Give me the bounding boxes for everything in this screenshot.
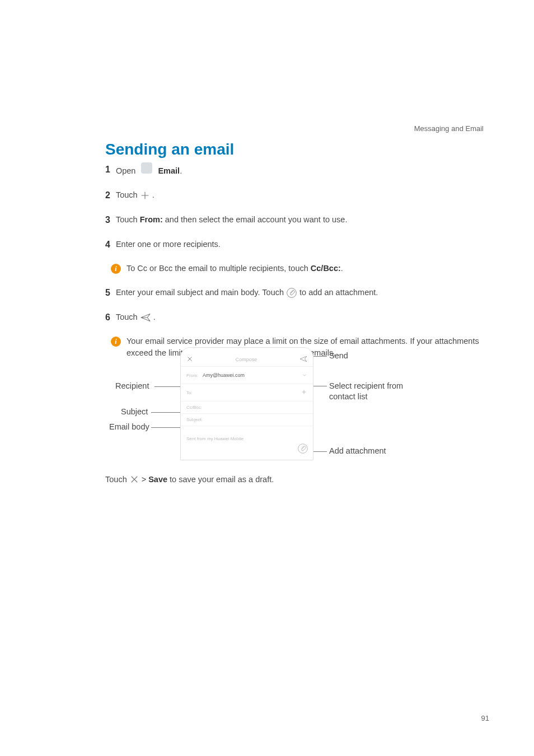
ccbcc-row[interactable]: Cc/Bcc: [181,402,313,414]
step-number: 3 [105,213,110,227]
save-draft-tip: Touch > Save to save your email as a dra… [105,474,274,484]
step-2: 2 Touch . [105,189,500,202]
phone-screenshot: Compose From: Amy@huawei.com To: Cc/ [180,347,313,460]
text: To Cc or Bcc the email to multiple recip… [127,264,311,273]
from-row[interactable]: From: Amy@huawei.com [181,367,313,384]
step-number: 5 [105,286,110,300]
page-number: 91 [481,714,489,722]
text: and then select the email account you wa… [163,215,348,224]
text: . [180,166,182,175]
step-number: 2 [105,189,110,202]
text: > [142,475,146,484]
ccbcc-label: Cc/Bcc: [311,264,341,273]
text: Touch [116,215,140,224]
step-text: Touch From: and then select the email ac… [116,214,348,226]
step-4: 4 Enter one or more recipients. [105,238,500,251]
attachment-icon[interactable] [297,443,308,456]
step-text: Enter one or more recipients. [116,239,221,251]
text: . [153,312,156,321]
subject-row[interactable]: Subject: [181,414,313,426]
add-contact-icon[interactable] [301,388,307,398]
text: Open [116,166,138,175]
text: Touch [116,312,140,321]
compose-title: Compose [193,357,299,362]
step-number: 6 [105,311,110,324]
callout-add-attachment: Add attachment [329,446,386,455]
step-5: 5 Enter your email subject and main body… [105,286,500,300]
callout-line [151,412,181,413]
app-name: Email [158,166,180,175]
to-row[interactable]: To: [181,384,313,402]
callout-line [154,386,181,387]
email-body-area[interactable]: Sent from my Huawei Mobile [181,426,313,441]
page-title: Sending an email [105,141,234,158]
svg-point-0 [287,288,297,297]
step-text: Open Email. [116,162,182,178]
from-label: From: [140,215,163,224]
step-text: Touch . [116,311,156,324]
note-text: To Cc or Bcc the email to multiple recip… [127,263,500,275]
step-1: 1 Open Email. [105,162,500,178]
send-icon[interactable] [299,354,307,365]
step-text: Touch . [116,189,154,202]
section-header: Messaging and Email [414,124,484,133]
from-label: From: [186,373,198,378]
step-number: 4 [105,238,110,251]
callout-line [151,427,181,428]
text: Enter your email subject and main body. … [116,288,286,297]
callout-recipient: Recipient [115,381,149,390]
callout-send: Send [329,351,348,360]
plus-icon [140,190,152,199]
info-icon: i [111,337,121,347]
email-app-icon [141,162,152,174]
attachment-icon [286,288,299,297]
compose-titlebar: Compose [181,353,313,367]
save-label: Save [148,475,167,484]
to-label: To: [186,390,193,395]
info-note-ccbcc: i To Cc or Bcc the email to multiple rec… [111,263,500,275]
chevron-down-icon[interactable] [302,370,307,380]
text: Touch [116,190,140,199]
step-text: Enter your email subject and main body. … [116,287,378,299]
svg-point-1 [298,444,308,454]
text: Touch [105,475,127,484]
text: . [152,190,154,199]
ccbcc-label: Cc/Bcc: [186,405,202,410]
close-icon[interactable] [186,354,193,365]
callout-subject: Subject [121,407,148,416]
from-value: Amy@huawei.com [203,372,245,378]
close-icon [129,474,139,484]
text: to add an attachment. [299,288,378,297]
compose-illustration: Recipient Subject Email body Send Select… [105,346,497,469]
callout-select-contact: Select recipient from contact list [329,381,430,402]
info-icon: i [111,264,121,274]
signature-text: Sent from my Huawei Mobile [186,436,243,441]
send-icon [140,312,153,321]
step-number: 1 [105,163,110,176]
subject-label: Subject: [186,417,203,422]
step-3: 3 Touch From: and then select the email … [105,213,500,227]
step-6: 6 Touch . [105,311,500,324]
callout-body: Email body [109,422,149,431]
text: . [341,264,343,273]
text: to save your email as a draft. [170,475,274,484]
